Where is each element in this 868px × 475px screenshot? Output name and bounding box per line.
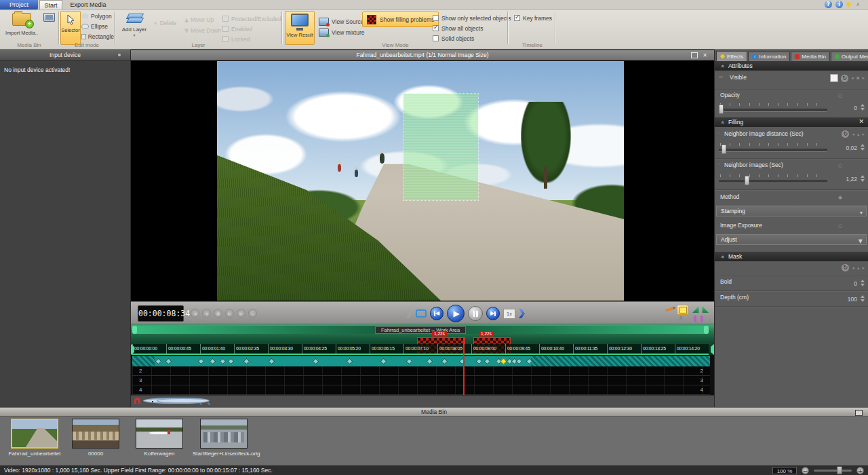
view-result-button[interactable]: View Result [285,11,315,45]
zoom-in-button[interactable]: + [856,467,864,474]
collapse-timeline-icon[interactable]: ∧ [679,315,684,321]
prev-keyframe-icon[interactable]: ◂ [852,132,854,137]
keyframe-diamond[interactable] [155,358,162,365]
neighbor-distance-spinner[interactable] [861,144,865,151]
keyframe-diamond[interactable] [313,358,319,365]
add-keyframe-icon[interactable]: ▴ [857,265,860,271]
keyframe-diamond[interactable] [347,358,353,365]
media-thumbnail[interactable] [136,419,183,449]
expand-icon[interactable]: ‹› [719,74,723,80]
keyframe-dot-icon[interactable]: ○ [838,163,842,168]
keyframe-diamond[interactable] [165,358,172,365]
prev-keyframe-icon[interactable]: ◂ [851,75,854,81]
add-keyframe-icon[interactable]: ▪ [856,75,860,81]
reset-icon[interactable]: ↻ [841,75,848,82]
media-bin-item[interactable]: Fahrrad_unbearbeitet [5,418,64,457]
track-row[interactable]: 4 4 [132,385,710,395]
go-to-end-button[interactable]: ▶ [486,307,500,320]
track-row[interactable]: 3 3 [132,376,710,385]
tab-output-media[interactable]: Output Media [831,52,868,61]
timeline-tracks[interactable]: 2 2 3 3 4 4 [132,366,710,395]
media-bin-item[interactable]: Kofferwagen [133,418,186,457]
keyframe-diamond[interactable] [516,358,523,365]
zoom-slider[interactable] [814,466,852,474]
keyframe-diamond[interactable] [243,358,250,365]
slider-thumb[interactable] [745,176,749,185]
zoom-in-icon[interactable] [157,398,210,404]
media-thumbnail[interactable] [11,419,58,449]
tab-project[interactable]: Project [0,0,38,10]
video-frame[interactable] [217,61,624,301]
keyframe-track[interactable] [132,356,710,366]
tab-start[interactable]: Start [39,0,62,10]
timeline-ruler[interactable]: 00:00:00:0000:00:00:4500:00:01:4000:00:0… [132,344,709,354]
slider-thumb[interactable] [719,104,724,114]
neighbor-distance-slider[interactable] [719,142,827,155]
go-to-start-button[interactable]: ◀ [430,307,443,320]
keyframe-diamond[interactable] [406,358,413,365]
collapse-ribbon-icon[interactable]: ∧ [856,1,860,7]
view-mixture-button[interactable]: View mixture [319,27,365,38]
pen-icon[interactable] [846,1,852,7]
polygon-tool-button[interactable]: Polygon [81,11,114,21]
media-bin-item[interactable]: Startflieger+Linsenfleck-orig [193,418,255,457]
bracket-left-icon[interactable] [694,316,696,322]
media-thumbnail[interactable] [72,419,119,449]
zoom-in-range-icon[interactable] [692,306,700,313]
neighbor-images-slider[interactable] [719,174,827,186]
import-media-button[interactable]: Import Media.. [3,11,41,43]
neighbor-images-spinner[interactable] [861,175,865,182]
zoom-out-button[interactable]: − [802,467,809,474]
track-row[interactable]: 2 2 [132,366,710,376]
loop-playback-icon[interactable] [416,309,427,318]
selector-tool-button[interactable]: Selector [60,11,81,45]
draw-range-icon[interactable] [665,307,675,312]
media-bin-item[interactable]: 00000 [69,418,122,457]
tab-media-bin[interactable]: Media Bin [791,52,830,61]
tab-export-media[interactable]: Export Media [64,0,113,10]
show-filling-problems-button[interactable]: Show filling problems [362,12,439,27]
video-canvas[interactable] [131,60,714,301]
info-icon[interactable]: i [835,1,843,8]
checkbox-show-only-selected-objects[interactable]: Show only selected objects [433,13,511,23]
opacity-slider[interactable] [719,102,827,115]
checkbox-show-all-objects[interactable]: Show all objects [433,23,511,33]
exposure-dropdown[interactable]: Adjust ▼ [716,234,867,245]
playback-speed-button[interactable]: 1x [503,309,515,319]
checkbox-key-frames[interactable]: Key frames [514,13,552,23]
method-dropdown[interactable]: Stamping ▾ [716,206,867,216]
next-chevron-icon[interactable] [519,309,525,318]
keyframe-diamond[interactable] [198,358,205,365]
prev-keyframe-icon[interactable]: ◂ [852,265,854,271]
mask-selection-overlay[interactable] [403,94,478,200]
tab-effects[interactable]: Effects [716,51,747,61]
panel-window-icon[interactable] [855,410,863,416]
playhead[interactable] [463,337,465,395]
keyframe-diamond[interactable] [228,358,235,365]
bold-spinner[interactable] [861,280,865,286]
tab-information[interactable]: i Information [748,52,790,61]
ellipse-tool-button[interactable]: Ellipse [81,21,114,31]
bracket-right-icon[interactable] [701,316,703,322]
keyframe-dot-icon[interactable]: ○ [838,93,842,98]
add-layer-button[interactable]: Add Layer ▾ [119,11,149,45]
panel-maximize-icon[interactable] [691,52,698,58]
reset-icon[interactable]: ↻ [842,264,849,271]
snap-magnet-icon[interactable] [134,398,140,404]
rectangle-tool-button[interactable]: Rectangle [81,31,114,41]
keyframe-dot-icon[interactable]: ○ [838,223,842,229]
opacity-spinner[interactable] [861,104,865,111]
next-keyframe-icon[interactable]: ▸ [862,75,865,81]
close-filling-icon[interactable]: ✕ [859,118,864,125]
media-thumbnail[interactable] [200,419,248,449]
play-button[interactable]: ▶ [447,305,465,322]
help-icon[interactable]: ? [825,1,832,8]
keyframe-diamond[interactable] [427,358,433,365]
panel-close-icon[interactable]: ✕ [703,53,707,58]
media-bin-header[interactable]: Media Bin [0,407,868,417]
attributes-header[interactable]: « Attributes [715,61,868,71]
zoom-slider-thumb[interactable] [837,466,842,474]
panel-dot-icon[interactable] [118,54,121,56]
zoom-out-range-icon[interactable] [701,306,709,313]
work-area-bar[interactable]: Fahrrad_unbearbeitet -- Work Area [132,326,709,334]
